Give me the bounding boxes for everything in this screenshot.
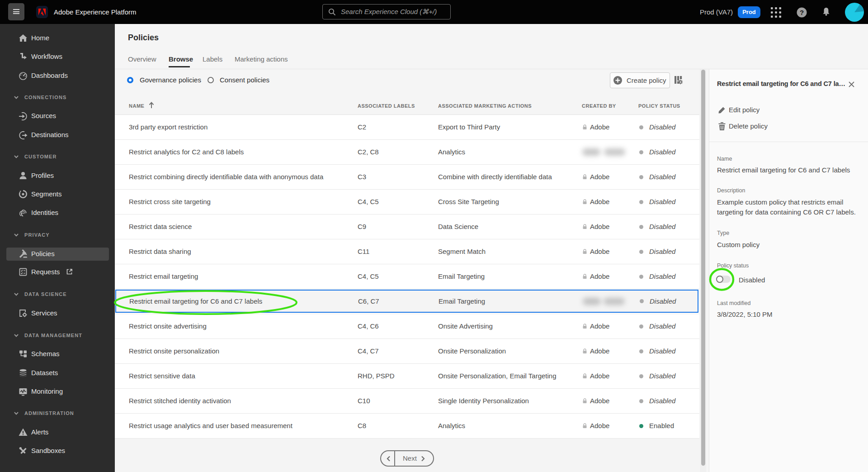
- svg-text:?: ?: [800, 9, 804, 16]
